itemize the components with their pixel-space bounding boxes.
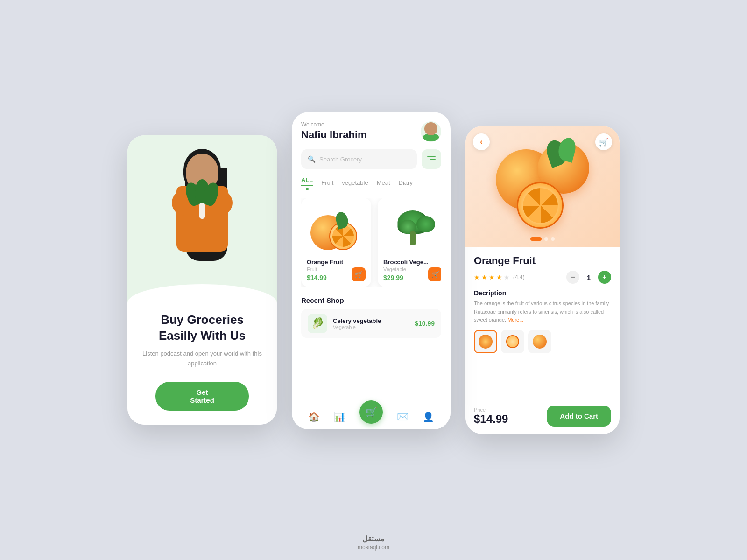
product-thumbnails xyxy=(474,330,611,353)
cart-header-button[interactable]: 🛒 xyxy=(595,133,612,150)
product-card-broccoli[interactable]: Broccoli Vege... Vegetable $29.99 🛒 xyxy=(378,198,441,287)
products-list: Orange Fruit Fruit $14.99 🛒 xyxy=(301,198,441,287)
filter-button[interactable] xyxy=(422,149,441,169)
add-to-cart-button[interactable]: Add to Cart xyxy=(547,406,611,427)
onboarding-title: Buy Groceries Easilly With Us xyxy=(141,312,263,344)
welcome-text: Welcome xyxy=(301,121,367,128)
category-diary[interactable]: Diary xyxy=(399,179,413,188)
dot-2 xyxy=(544,237,548,241)
product-name-orange: Orange Fruit xyxy=(307,259,366,266)
user-greeting: Welcome Nafiu Ibrahim xyxy=(301,121,367,141)
watermark: مستقل mostaql.com xyxy=(358,534,389,551)
category-vegetable[interactable]: vegetable xyxy=(342,179,368,188)
cart-header-icon: 🛒 xyxy=(599,138,608,147)
more-link[interactable]: More... xyxy=(507,317,523,322)
nav-home[interactable]: 🏠 xyxy=(308,411,320,422)
dot-3 xyxy=(551,237,555,241)
watermark-arabic: مستقل xyxy=(358,534,389,543)
orange-segments xyxy=(332,225,354,247)
star-1: ★ xyxy=(474,273,480,281)
category-meat[interactable]: Meat xyxy=(377,179,390,188)
add-to-cart-orange-button[interactable]: 🛒 xyxy=(352,267,366,281)
category-all[interactable]: ALL xyxy=(301,176,313,186)
nav-profile[interactable]: 👤 xyxy=(423,411,434,422)
image-slider-dots xyxy=(530,237,555,241)
star-4: ★ xyxy=(496,273,502,281)
recent-item-info: Celery vegetable Vegetable xyxy=(333,317,409,330)
active-indicator xyxy=(306,188,309,190)
add-to-cart-broccoli-button[interactable]: 🛒 xyxy=(428,267,441,281)
product-detail-body: Orange Fruit ★ ★ ★ ★ ★ (4.4) − 1 + Decri… xyxy=(465,247,620,399)
user-avatar[interactable] xyxy=(421,121,441,142)
price-label: Price xyxy=(474,407,508,413)
mail-nav-icon: ✉️ xyxy=(397,411,409,422)
recent-item-celery[interactable]: 🥬 Celery vegetable Vegetable $10.99 xyxy=(301,309,441,338)
orange-big-segments xyxy=(523,188,558,223)
product-hero: ‹ 🛒 xyxy=(465,126,620,247)
broccoli-stem xyxy=(410,231,416,245)
nav-chart[interactable]: 📊 xyxy=(334,411,345,422)
rating-value: (4.4) xyxy=(513,274,525,280)
description-title: Decription xyxy=(474,289,611,297)
home-body: Welcome Nafiu Ibrahim 🔍 Search Grocery xyxy=(292,112,451,404)
quantity-minus-button[interactable]: − xyxy=(566,271,579,284)
star-2: ★ xyxy=(481,273,487,281)
nav-cart-fab[interactable]: 🛒 xyxy=(359,400,383,424)
cart-icon-2: 🛒 xyxy=(431,271,439,278)
nav-mail[interactable]: ✉️ xyxy=(397,411,409,422)
dot-1 xyxy=(530,237,542,241)
get-started-button[interactable]: Get Started xyxy=(155,382,249,411)
recent-item-name: Celery vegetable xyxy=(333,317,409,324)
search-icon: 🔍 xyxy=(308,155,316,163)
product-card-orange[interactable]: Orange Fruit Fruit $14.99 🛒 xyxy=(301,198,371,287)
product-price-detail: $14.99 xyxy=(474,413,508,426)
screen-product-detail: ‹ 🛒 Orange Fruit xyxy=(465,126,620,434)
recent-shop-title: Recent Shop xyxy=(301,296,441,304)
thumbnail-3[interactable] xyxy=(528,330,551,353)
search-row: 🔍 Search Grocery xyxy=(301,149,441,169)
celery-image: 🥬 xyxy=(308,314,327,333)
quantity-value: 1 xyxy=(584,273,593,281)
avatar-face xyxy=(424,122,437,135)
onboarding-subtitle: Listen podcast and open your world with … xyxy=(141,349,263,369)
chart-nav-icon: 📊 xyxy=(334,411,345,422)
rating-row: ★ ★ ★ ★ ★ (4.4) − 1 + xyxy=(474,271,611,284)
star-5: ★ xyxy=(504,273,510,281)
username-text: Nafiu Ibrahim xyxy=(301,129,367,141)
back-icon: ‹ xyxy=(480,138,482,146)
category-fruit[interactable]: Fruit xyxy=(321,179,333,188)
home-nav-icon: 🏠 xyxy=(308,411,320,422)
price-block: Price $14.99 xyxy=(474,407,508,426)
hero-woman-illustration xyxy=(146,144,258,303)
screen-home: Welcome Nafiu Ibrahim 🔍 Search Grocery xyxy=(292,112,451,429)
thumbnail-1[interactable] xyxy=(474,330,497,353)
back-button[interactable]: ‹ xyxy=(473,133,490,150)
hero-section xyxy=(127,135,277,303)
bottom-navigation: 🏠 📊 🛒 ✉️ 👤 xyxy=(292,404,451,429)
product-name-broccoli: Broccoli Vege... xyxy=(383,259,441,266)
orange-big-half xyxy=(517,182,564,229)
star-rating: ★ ★ ★ ★ ★ (4.4) xyxy=(474,273,525,281)
detail-product-name: Orange Fruit xyxy=(474,255,611,267)
recent-item-price: $10.99 xyxy=(415,320,435,327)
greens-illustration xyxy=(188,182,216,219)
thumbnail-2[interactable] xyxy=(501,330,524,353)
screen1-content-area: Buy Groceries Easilly With Us Listen pod… xyxy=(127,303,277,425)
thumb-half-icon xyxy=(506,335,519,348)
profile-nav-icon: 👤 xyxy=(423,411,434,422)
description-text: The orange is the fruit of various citru… xyxy=(474,300,611,324)
cart-icon: 🛒 xyxy=(355,271,363,278)
category-tabs: ALL Fruit vegetable Meat Diary xyxy=(301,176,441,190)
recent-shop-section: Recent Shop 🥬 Celery vegetable Vegetable… xyxy=(301,296,441,338)
search-box[interactable]: 🔍 Search Grocery xyxy=(301,149,417,169)
recent-item-category: Vegetable xyxy=(333,324,409,330)
quantity-plus-button[interactable]: + xyxy=(598,271,611,284)
celery-icon: 🥬 xyxy=(311,317,324,329)
filter-icon xyxy=(427,156,436,162)
search-placeholder: Search Grocery xyxy=(319,156,362,163)
description-body: The orange is the fruit of various citru… xyxy=(474,301,609,322)
product-image-orange xyxy=(307,203,366,255)
product-image-broccoli xyxy=(383,203,441,255)
product-orange-illustration xyxy=(491,140,594,233)
product-footer: Price $14.99 Add to Cart xyxy=(465,399,620,434)
